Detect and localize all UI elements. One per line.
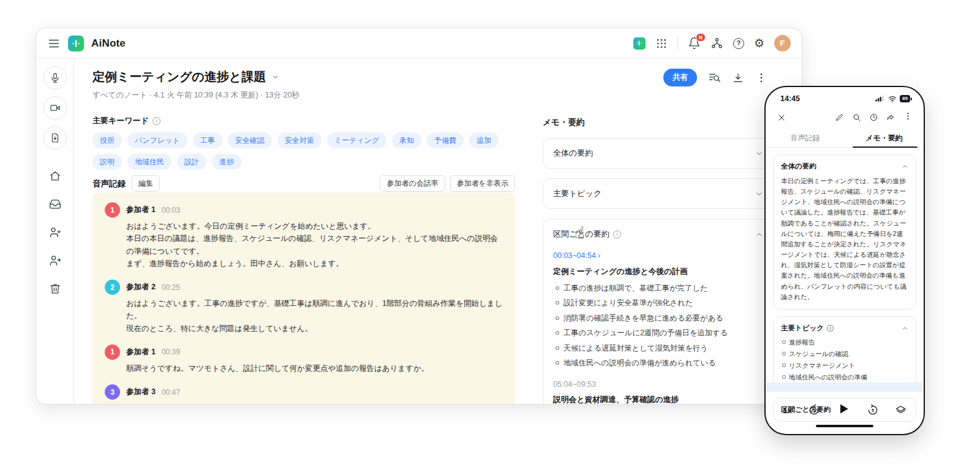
share-member-icon[interactable] — [49, 254, 61, 267]
search-icon[interactable] — [852, 113, 861, 122]
speaker-avatar: 2 — [105, 280, 120, 295]
segment-info-icon[interactable]: i — [613, 230, 621, 238]
segment-heading: 説明会と資材調達、予算確認の進捗 — [553, 395, 763, 405]
desktop-window: AiNote N — [36, 28, 802, 405]
keywords-info-icon[interactable]: i — [153, 117, 160, 125]
transcript-entry[interactable]: 1 参加者 1 00:39 順調そうですね。マツモトさん、設計に関して何か変更点… — [105, 344, 503, 375]
entry-timestamp[interactable]: 00:25 — [162, 283, 180, 292]
play-button[interactable] — [836, 402, 851, 419]
tab-transcript[interactable]: 音声記録 — [766, 129, 845, 147]
record-mic-button[interactable] — [43, 66, 67, 89]
notifications-bell-icon[interactable]: N — [688, 37, 701, 50]
user-avatar[interactable]: F — [774, 35, 791, 51]
inbox-icon[interactable] — [49, 198, 61, 210]
phone-overall-summary-header[interactable]: 全体の要約 — [781, 162, 908, 171]
note-actions: 共有 — [663, 69, 767, 86]
chevron-up-icon[interactable] — [902, 325, 908, 332]
segment-time-link[interactable]: 00:03~04:54 › — [553, 251, 600, 260]
keyword-tag[interactable]: 地域住民 — [127, 154, 172, 170]
keyword-tag[interactable]: 安全確認 — [228, 132, 272, 148]
chevron-up-icon[interactable] — [755, 230, 763, 238]
apps-grid-icon[interactable] — [655, 37, 668, 50]
topic-item: 地域住民への説明会の準備 — [781, 372, 908, 383]
chevron-up-icon[interactable] — [902, 163, 908, 170]
download-icon[interactable] — [732, 72, 744, 84]
tab-summary[interactable]: メモ・要約 — [845, 129, 924, 147]
org-share-icon[interactable] — [710, 37, 723, 50]
keyword-tag[interactable]: 予備費 — [427, 132, 464, 148]
entry-timestamp[interactable]: 00:03 — [162, 206, 180, 215]
info-icon[interactable]: i — [827, 325, 834, 332]
wifi-icon — [888, 96, 897, 102]
entry-timestamp[interactable]: 00:39 — [162, 348, 180, 356]
title-chevron-down-icon[interactable] — [271, 72, 280, 82]
forward-5-icon[interactable]: 5 — [867, 404, 879, 416]
phone-overall-summary-card: 全体の要約 本日の定例ミーティングでは、工事の進捗報告、スケジュールの確認、リス… — [773, 154, 916, 310]
topics-header[interactable]: 主要トピック — [543, 179, 773, 208]
summary-bullet: 天候による遅延対策として湿気対策を行う — [553, 343, 763, 354]
settings-gear-icon[interactable]: ⚙ — [754, 37, 764, 49]
transcript-entry[interactable]: 1 参加者 1 00:03 おはようございます。今日の定例ミーティングを始めたい… — [105, 202, 503, 270]
keyword-tag[interactable]: パンフレット — [127, 132, 187, 148]
transcript-entry[interactable]: 2 参加者 2 00:25 おはようございます。工事の進捗ですが、基礎工事は順調… — [105, 280, 503, 335]
hamburger-menu-icon[interactable] — [47, 37, 61, 50]
talk-rate-button[interactable]: 参加者の会話率 — [380, 175, 445, 192]
transcript-entry[interactable]: 3 参加者 3 00:47 はい。2階のフロアプランについて、避難経路の確保と老… — [105, 384, 503, 405]
record-video-button[interactable] — [43, 96, 67, 120]
search-transcript-icon[interactable] — [708, 71, 721, 84]
chevron-down-icon[interactable] — [755, 150, 763, 158]
edit-pencil-icon[interactable] — [835, 113, 844, 122]
phone-overall-title: 全体の要約 — [781, 162, 816, 171]
keyword-tag[interactable]: ミーティング — [327, 132, 386, 148]
close-icon[interactable] — [777, 113, 786, 123]
overall-summary-header[interactable]: 全体の要約 — [543, 139, 773, 168]
more-options-icon[interactable] — [903, 112, 913, 123]
app-header: AiNote N — [36, 28, 802, 59]
home-icon[interactable] — [49, 170, 61, 182]
svg-text:5: 5 — [813, 408, 815, 413]
keyword-tag[interactable]: 説明 — [92, 154, 122, 170]
entry-line: おはようございます。工事の進捗ですが、基礎工事は順調に進んでおり、1階部分の骨組… — [126, 297, 503, 322]
keyword-tag[interactable]: 追加 — [469, 132, 499, 148]
summary-bullet: 地域住民への説明会の準備が進められている — [553, 357, 763, 368]
speaker-name: 参加者 1 — [126, 347, 156, 357]
speaker-name: 参加者 1 — [126, 205, 156, 215]
speaker-avatar: 1 — [105, 202, 120, 218]
signal-icon — [875, 93, 885, 104]
share-button[interactable]: 共有 — [663, 69, 697, 86]
keyword-tag[interactable]: 進捗 — [212, 154, 241, 170]
topic-item: 進捗報告 — [781, 337, 908, 348]
keyword-tags: 役所 パンフレット 工事 安全確認 安全対策 ミーティング 承知 予備費 追加 … — [92, 132, 509, 170]
summary-bullet: 工事の進捗は順調で、基礎工事が完了した — [553, 283, 763, 294]
history-clock-icon[interactable] — [869, 113, 878, 122]
entry-timestamp[interactable]: 00:47 — [162, 388, 180, 397]
keyword-tag[interactable]: 工事 — [193, 132, 222, 148]
keyword-tag[interactable]: 設計 — [177, 154, 206, 170]
entry-line: 現在のところ、特に大きな問題は発生していません。 — [126, 322, 503, 335]
trash-icon[interactable] — [49, 283, 61, 295]
keyword-tag[interactable]: 役所 — [92, 132, 122, 148]
layers-icon[interactable] — [895, 405, 907, 416]
note-meta: すべてのノート · 4.1 火 午前 10:39 (4.3 木 更新) · 13… — [92, 90, 515, 101]
hide-participants-button[interactable]: 参加者を非表示 — [450, 175, 515, 192]
import-file-button[interactable] — [43, 126, 67, 150]
keyword-tag[interactable]: 承知 — [392, 132, 421, 148]
transcript-panel: 1 参加者 1 00:03 おはようございます。今日の定例ミーティングを始めたい… — [92, 192, 515, 405]
add-member-icon[interactable] — [49, 226, 61, 238]
phone-topics-card: 主要トピック i 進捗報告 スケジュールの確認 リスクマネージメント 地域住民へ… — [773, 316, 916, 391]
more-options-icon[interactable] — [755, 72, 767, 84]
ainote-mini-icon[interactable] — [633, 37, 646, 50]
speaker-name: 参加者 3 — [126, 387, 156, 397]
playback-speed-button[interactable]: 1x — [783, 406, 791, 415]
rewind-5-icon[interactable]: 5 — [808, 404, 820, 416]
edit-button[interactable]: 編集 — [132, 175, 160, 192]
help-icon[interactable]: ? — [733, 38, 744, 49]
home-indicator[interactable] — [816, 425, 873, 428]
entry-line: 順調そうですね。マツモトさん、設計に関して何か変更点や追加の報告はありますか。 — [126, 362, 503, 375]
share-forward-icon[interactable] — [886, 113, 895, 122]
summary-bullet: 設計変更により安全基準が強化された — [553, 297, 763, 308]
overall-summary-label: 全体の要約 — [553, 148, 593, 159]
keyword-tag[interactable]: 安全対策 — [277, 132, 322, 148]
chevron-down-icon[interactable] — [755, 190, 763, 198]
phone-topics-header[interactable]: 主要トピック i — [781, 324, 908, 333]
